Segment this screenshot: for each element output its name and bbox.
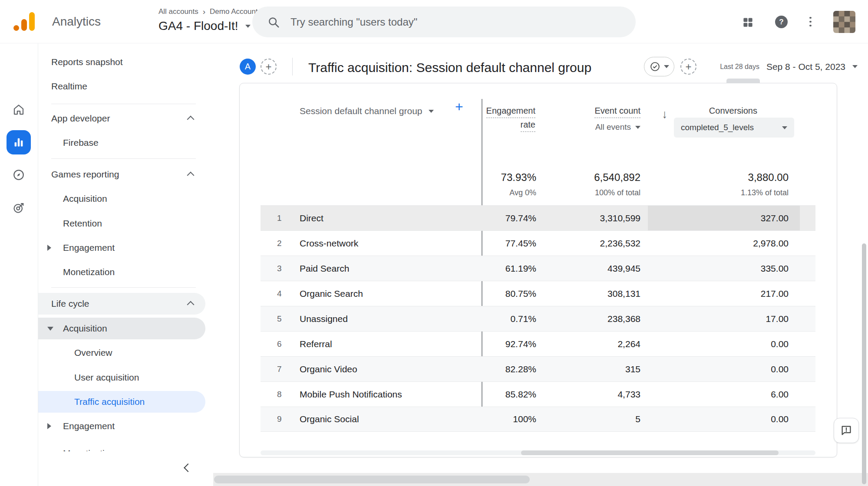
analytics-logo-icon[interactable] (13, 12, 35, 31)
dot-icon (809, 17, 812, 19)
property-name: GA4 - Flood-It! (158, 19, 238, 33)
sidebar-item-realtime[interactable]: Realtime (38, 76, 205, 97)
conversions-cell: 0.00 (641, 357, 815, 381)
table-row[interactable]: 8 Mobile Push Notifications 85.82% 4,733… (261, 381, 815, 407)
table-row[interactable]: 3 Paid Search 61.19% 439,945 335.00 (261, 256, 815, 281)
sidebar-section-life-cycle[interactable]: Life cycle (38, 293, 205, 315)
scrollbar-thumb[interactable] (214, 476, 530, 483)
column-header-conversions[interactable]: Conversions (709, 104, 757, 118)
sidebar-item-overview[interactable]: Overview (38, 342, 205, 364)
column-header-engagement-rate[interactable]: Engagement rate (486, 104, 535, 132)
totals-conversions: 3,880.00 (748, 171, 789, 184)
logo-bar-mid (21, 19, 27, 31)
apps-grid-button[interactable] (741, 16, 754, 29)
chevron-up-icon (187, 172, 195, 179)
property-selector[interactable]: GA4 - Flood-It! (158, 19, 251, 33)
report-status-button[interactable] (644, 57, 674, 76)
home-button[interactable] (7, 98, 31, 122)
dimension-label: Session default channel group (300, 106, 422, 116)
comparison-chip[interactable]: A (240, 59, 256, 75)
search-bar[interactable] (252, 7, 636, 37)
bar-chart-icon (12, 136, 25, 149)
add-comparison-button[interactable]: + (261, 59, 277, 75)
advertising-target-icon (12, 201, 25, 214)
reports-button[interactable] (7, 130, 31, 154)
breadcrumb-account[interactable]: Demo Account (210, 7, 258, 16)
sidebar-item-monetization-lifecycle[interactable]: Monetization (38, 443, 205, 451)
page-vertical-scrollbar[interactable] (862, 243, 866, 484)
conversions-cell: 2,978.00 (641, 231, 815, 256)
totals-engagement-rate: 73.93% (501, 171, 536, 184)
sidebar-item-user-acquisition[interactable]: User acquisition (38, 367, 205, 388)
sidebar-item-label: Life cycle (51, 299, 89, 309)
sidebar-item-label: Reports snapshot (51, 57, 123, 67)
sidebar-item-engagement-lifecycle[interactable]: Engagement (38, 415, 205, 437)
home-icon (12, 103, 25, 116)
row-index: 5 (261, 306, 300, 331)
table-horizontal-scrollbar[interactable] (261, 450, 815, 455)
conversions-cell: 17.00 (641, 306, 815, 331)
table-row[interactable]: 6 Referral 92.74% 2,264 0.00 (261, 331, 815, 356)
engagement-rate-cell: 79.74% (482, 206, 539, 230)
dot-icon (809, 25, 812, 26)
collapse-nav-button[interactable] (179, 459, 197, 476)
table-row[interactable]: 5 Unassigned 0.71% 238,368 17.00 (261, 306, 815, 331)
check-circle-icon (650, 61, 660, 72)
table-row[interactable]: 7 Organic Video 82.28% 315 0.00 (261, 356, 815, 381)
sidebar-section-app-developer[interactable]: App developer (38, 108, 205, 129)
engagement-rate-cell: 80.75% (482, 281, 539, 306)
conversions-cell-selected[interactable]: 327.00 (641, 206, 815, 230)
event-count-cell: 439,945 (539, 256, 641, 281)
page-horizontal-scrollbar[interactable] (213, 473, 868, 486)
engagement-rate-cell: 0.71% (482, 306, 539, 331)
table-row[interactable]: 4 Organic Search 80.75% 308,131 217.00 (261, 281, 815, 306)
sidebar-item-label: App developer (51, 113, 110, 124)
nav-divider (51, 104, 196, 104)
table-row[interactable]: 2 Cross-network 77.45% 2,236,532 2,978.0… (261, 230, 815, 256)
breadcrumb-all-accounts[interactable]: All accounts (158, 7, 198, 16)
event-count-cell: 315 (539, 357, 641, 381)
sidebar-item-retention[interactable]: Retention (38, 213, 205, 234)
table-row[interactable]: 9 Organic Social 100% 5 0.00 (261, 407, 815, 432)
search-input[interactable] (290, 16, 636, 29)
sidebar-item-label: Traffic acquisition (74, 397, 145, 407)
dimension-selector[interactable]: Session default channel group (300, 103, 434, 119)
more-options-button[interactable] (804, 16, 816, 28)
sidebar-item-engagement-games[interactable]: Engagement (38, 237, 205, 259)
sidebar-item-acquisition-games[interactable]: Acquisition (38, 188, 205, 210)
chevron-down-icon (245, 25, 251, 28)
ga4-app: Analytics All accounts › Demo Account GA… (0, 0, 868, 486)
conversion-event-selector[interactable]: completed_5_levels (674, 118, 794, 138)
event-filter-selector[interactable]: All events (594, 121, 640, 134)
topbar: Analytics All accounts › Demo Account GA… (0, 0, 868, 43)
explore-button[interactable] (7, 163, 31, 187)
sidebar-section-games-reporting[interactable]: Games reporting (38, 164, 205, 185)
table-row[interactable]: 1 Direct 79.74% 3,310,599 327.00 (261, 205, 815, 230)
totals-engagement-rate-sub: Avg 0% (509, 187, 536, 198)
comparison-chip-letter: A (245, 62, 251, 72)
totals-event-count: 6,540,892 (594, 171, 640, 184)
sidebar-item-label: User acquisition (74, 372, 139, 383)
add-dimension-button[interactable]: + (455, 100, 463, 114)
sidebar-item-firebase[interactable]: Firebase (38, 132, 205, 154)
event-count-cell: 3,310,599 (539, 206, 641, 230)
advertising-button[interactable] (7, 196, 31, 220)
sidebar-item-traffic-acquisition[interactable]: Traffic acquisition (38, 391, 205, 413)
help-button[interactable]: ? (775, 16, 788, 28)
chevron-left-icon (184, 463, 192, 472)
sidebar-item-acquisition-lifecycle[interactable]: Acquisition (38, 318, 205, 339)
customize-report-button[interactable]: + (680, 59, 696, 75)
sidebar-item-reports-snapshot[interactable]: Reports snapshot (38, 51, 205, 73)
row-index: 7 (261, 357, 300, 381)
sidebar-item-label: Acquisition (63, 323, 107, 334)
date-range-selector[interactable]: Last 28 days Sep 8 - Oct 5, 2023 (720, 57, 858, 76)
feedback-button[interactable] (834, 418, 859, 443)
totals-conversions-sub: 1.13% of total (741, 187, 789, 198)
row-index: 2 (261, 231, 300, 256)
user-avatar[interactable] (833, 11, 855, 33)
sidebar-item-monetization-games[interactable]: Monetization (38, 261, 205, 283)
engagement-rate-cell: 77.45% (482, 231, 539, 256)
column-header-event-count[interactable]: Event count All events (594, 104, 640, 134)
scrollbar-thumb[interactable] (521, 450, 779, 455)
chevron-down-icon (664, 65, 669, 68)
